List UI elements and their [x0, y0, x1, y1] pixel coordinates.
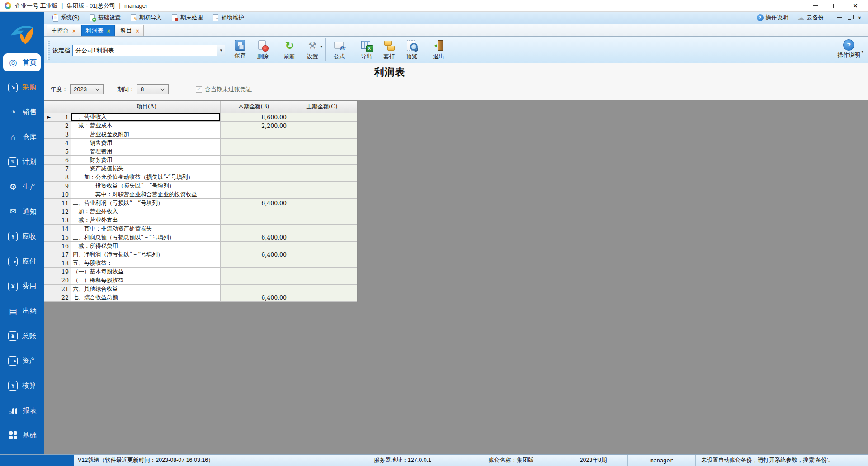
- item-cell[interactable]: 减：所得税费用: [71, 242, 221, 250]
- sidebar-item[interactable]: 计划: [3, 153, 41, 171]
- row-number-cell[interactable]: 16: [54, 242, 71, 250]
- row-selector-cell[interactable]: [44, 147, 54, 156]
- current-amount-cell[interactable]: [221, 147, 289, 156]
- current-amount-cell[interactable]: [221, 225, 289, 233]
- sidebar-item[interactable]: 报表: [3, 401, 41, 419]
- table-row[interactable]: 1 一、营业收入 8,600.00: [44, 113, 357, 122]
- current-amount-cell[interactable]: 6,400.00: [221, 293, 289, 302]
- item-cell[interactable]: 七、综合收益总额: [71, 293, 221, 302]
- menu-item[interactable]: 辅助维护: [208, 12, 249, 24]
- item-cell[interactable]: （二）稀释每股收益: [71, 276, 221, 285]
- menu-item[interactable]: 期末处理: [166, 12, 208, 24]
- row-number-cell[interactable]: 4: [54, 139, 71, 147]
- current-amount-cell[interactable]: 6,400.00: [221, 199, 289, 207]
- table-row[interactable]: 4 销售费用: [44, 139, 357, 147]
- prior-amount-cell[interactable]: [289, 147, 357, 156]
- item-cell[interactable]: 其中：非流动资产处置损失: [71, 225, 221, 233]
- column-header-prior[interactable]: 上期金额(C): [289, 101, 357, 113]
- prior-amount-cell[interactable]: [289, 130, 357, 139]
- sidebar-item[interactable]: 总账: [3, 327, 41, 345]
- item-cell[interactable]: 加：公允价值变动收益（损失以“-”号填列）: [71, 173, 221, 182]
- menu-item[interactable]: 系统(S): [47, 12, 84, 24]
- row-selector-cell[interactable]: [44, 293, 54, 302]
- toolbar-button[interactable]: 套打: [378, 38, 401, 61]
- current-amount-cell[interactable]: 6,400.00: [221, 250, 289, 259]
- current-amount-cell[interactable]: [221, 173, 289, 182]
- toolbar-button[interactable]: 预览: [401, 38, 423, 61]
- period-select[interactable]: 8: [137, 84, 169, 94]
- row-selector-cell[interactable]: [44, 182, 54, 190]
- current-amount-cell[interactable]: [221, 242, 289, 250]
- row-selector-cell[interactable]: [44, 276, 54, 285]
- sidebar-item[interactable]: 销售: [3, 103, 41, 121]
- table-row[interactable]: 19 （一）基本每股收益: [44, 268, 357, 276]
- current-amount-cell[interactable]: [221, 182, 289, 190]
- menu-item[interactable]: 期初导入: [125, 12, 166, 24]
- current-amount-cell[interactable]: [221, 276, 289, 285]
- current-amount-cell[interactable]: [221, 139, 289, 147]
- row-selector-cell[interactable]: [44, 130, 54, 139]
- toolbar-button[interactable]: 导出: [353, 38, 378, 61]
- toolbar-button[interactable]: 删除: [251, 38, 274, 61]
- table-row[interactable]: 7 资产减值损失: [44, 165, 357, 173]
- row-selector-cell[interactable]: [44, 285, 54, 293]
- row-selector-cell[interactable]: [44, 207, 54, 216]
- row-number-cell[interactable]: 11: [54, 199, 71, 207]
- toolbar-grip-handle[interactable]: [47, 41, 50, 60]
- current-amount-cell[interactable]: 2,200.00: [221, 122, 289, 130]
- row-number-cell[interactable]: 6: [54, 156, 71, 165]
- row-number-cell[interactable]: 14: [54, 225, 71, 233]
- table-row[interactable]: 8 加：公允价值变动收益（损失以“-”号填列）: [44, 173, 357, 182]
- sidebar-item[interactable]: 应收: [3, 227, 41, 245]
- prior-amount-cell[interactable]: [289, 165, 357, 173]
- prior-amount-cell[interactable]: [289, 242, 357, 250]
- current-amount-cell[interactable]: [221, 207, 289, 216]
- prior-amount-cell[interactable]: [289, 182, 357, 190]
- toolbar-button[interactable]: 退出: [425, 38, 450, 61]
- preset-combobox[interactable]: 分公司1利润表 ▼: [72, 45, 225, 56]
- table-row[interactable]: 18 五、每股收益：: [44, 259, 357, 268]
- current-amount-cell[interactable]: [221, 259, 289, 268]
- table-row[interactable]: 13 减：营业外支出: [44, 216, 357, 225]
- row-selector-cell[interactable]: [44, 165, 54, 173]
- row-number-cell[interactable]: 10: [54, 190, 71, 199]
- item-cell[interactable]: 销售费用: [71, 139, 221, 147]
- prior-amount-cell[interactable]: [289, 285, 357, 293]
- close-button[interactable]: ×: [845, 0, 865, 11]
- row-selector-cell[interactable]: [44, 268, 54, 276]
- sidebar-item[interactable]: 生产: [3, 178, 41, 196]
- prior-amount-cell[interactable]: [289, 233, 357, 242]
- item-cell[interactable]: 减：营业成本: [71, 122, 221, 130]
- item-cell[interactable]: 投资收益（损失以“－”号填列）: [71, 182, 221, 190]
- current-amount-cell[interactable]: [221, 156, 289, 165]
- prior-amount-cell[interactable]: [289, 225, 357, 233]
- minimize-button[interactable]: [806, 0, 826, 11]
- current-amount-cell[interactable]: [221, 285, 289, 293]
- item-cell[interactable]: 财务费用: [71, 156, 221, 165]
- table-row[interactable]: 21 六、其他综合收益: [44, 285, 357, 293]
- prior-amount-cell[interactable]: [289, 250, 357, 259]
- row-number-cell[interactable]: 1: [54, 113, 71, 122]
- row-selector-cell[interactable]: [44, 216, 54, 225]
- combo-dropdown-icon[interactable]: ▼: [217, 45, 225, 56]
- current-amount-cell[interactable]: 6,400.00: [221, 233, 289, 242]
- row-number-cell[interactable]: 19: [54, 268, 71, 276]
- row-number-cell[interactable]: 18: [54, 259, 71, 268]
- year-select[interactable]: 2023: [70, 84, 104, 94]
- row-selector-cell[interactable]: [44, 225, 54, 233]
- row-number-cell[interactable]: 8: [54, 173, 71, 182]
- item-cell[interactable]: 四、净利润（净亏损以“－”号填列）: [71, 250, 221, 259]
- table-row[interactable]: 10 其中：对联营企业和合营企业的投资收益: [44, 190, 357, 199]
- row-number-cell[interactable]: 21: [54, 285, 71, 293]
- table-row[interactable]: 15 三、利润总额（亏损总额以“－”号填列） 6,400.00: [44, 233, 357, 242]
- prior-amount-cell[interactable]: [289, 190, 357, 199]
- current-amount-cell[interactable]: [221, 216, 289, 225]
- row-number-cell[interactable]: 2: [54, 122, 71, 130]
- item-cell[interactable]: 五、每股收益：: [71, 259, 221, 268]
- tab-close-icon[interactable]: [136, 28, 139, 34]
- row-number-cell[interactable]: 13: [54, 216, 71, 225]
- table-row[interactable]: 3 营业税金及附加: [44, 130, 357, 139]
- item-cell[interactable]: 六、其他综合收益: [71, 285, 221, 293]
- item-cell[interactable]: 管理费用: [71, 147, 221, 156]
- table-row[interactable]: 11 二、营业利润（亏损以“－”号填列） 6,400.00: [44, 199, 357, 207]
